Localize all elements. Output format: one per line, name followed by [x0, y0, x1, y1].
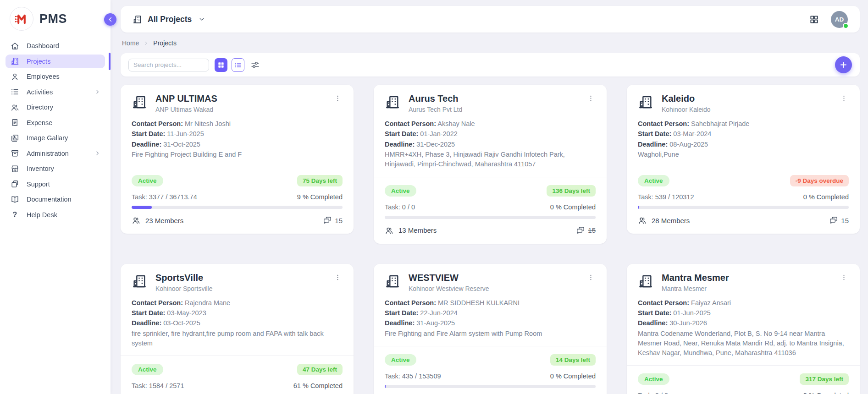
progress-bar — [385, 216, 596, 219]
contact-value: Rajendra Mane — [185, 299, 230, 306]
progress-bar — [638, 206, 849, 209]
start-date-line: Start Date: 03-Mar-2024 — [638, 129, 849, 139]
project-card-anp-ultimas[interactable]: ANP ULTIMAS ANP Ultimas Wakad Contact Pe… — [121, 85, 354, 234]
sidebar-item-expense[interactable]: Expense — [6, 116, 105, 130]
project-card-aurus-tech[interactable]: Aurus Tech Aurus Tech Pvt Ltd Contact Pe… — [374, 85, 607, 244]
sidebar-item-administration[interactable]: Administration — [6, 147, 105, 160]
deadline-label: Deadline: — [132, 141, 161, 148]
apps-grid-icon[interactable] — [809, 15, 819, 24]
kebab-menu-icon[interactable] — [586, 93, 596, 103]
add-project-button[interactable] — [835, 56, 852, 73]
chevron-down-icon — [197, 16, 205, 22]
kebab-menu-icon[interactable] — [333, 273, 343, 282]
contact-label: Contact Person: — [132, 120, 183, 127]
sidebar-item-label: Activities — [27, 88, 53, 96]
project-description: Wagholi,Pune — [638, 150, 849, 159]
progress-fill — [132, 206, 152, 209]
project-chat[interactable]: 15 — [323, 216, 343, 225]
sidebar-item-label: Image Gallary — [27, 134, 68, 142]
breadcrumb-projects[interactable]: Projects — [153, 39, 177, 47]
completed-percent: 9 % Completed — [297, 193, 343, 201]
building-icon — [132, 94, 147, 110]
progress-fill — [638, 206, 639, 209]
kebab-menu-icon[interactable] — [839, 273, 849, 282]
start-date-value: 01-Jun-2025 — [673, 309, 710, 317]
contact-person-line: Contact Person: MR SIDDHESH KULKARNI — [385, 298, 596, 308]
project-title: SportsVille — [155, 273, 213, 283]
building-icon — [385, 274, 400, 289]
sidebar-item-employees[interactable]: Employees — [6, 70, 105, 83]
people-icon — [11, 103, 19, 112]
project-card-sportsville[interactable]: SportsVille Kohinoor Sportsville Contact… — [121, 264, 354, 394]
completed-percent: 0 % Completed — [803, 392, 849, 394]
contact-label: Contact Person: — [132, 299, 183, 306]
project-chat[interactable]: 15 — [576, 226, 596, 235]
kebab-menu-icon[interactable] — [333, 93, 343, 103]
sidebar-item-support[interactable]: Support — [6, 177, 105, 191]
completed-percent: 61 % Completed — [293, 382, 343, 389]
days-left-badge: 75 Days left — [297, 175, 343, 186]
start-date-value: 22-Jun-2024 — [420, 309, 457, 317]
task-count: Task: 0 / 0 — [385, 203, 415, 211]
breadcrumb-home[interactable]: Home — [122, 39, 139, 47]
contact-person-line: Contact Person: Sahebhajrat Pirjade — [638, 119, 849, 129]
chat-count: 15 — [588, 226, 596, 234]
kebab-menu-icon[interactable] — [839, 93, 849, 103]
members-label: 23 Members — [145, 217, 183, 224]
sidebar-item-projects[interactable]: Projects — [6, 55, 105, 68]
chat-icon — [576, 226, 585, 235]
progress-bar — [132, 206, 343, 209]
members-count: 13 Members — [385, 226, 437, 235]
project-subtitle: Kohinoor Kaleido — [662, 106, 711, 113]
project-card-westview[interactable]: WESTVIEW Kohinoor Westview Reserve Conta… — [374, 264, 607, 394]
sidebar-item-image-gallary[interactable]: Image Gallary — [6, 131, 105, 145]
home-icon — [11, 42, 19, 50]
sidebar-item-label: Support — [27, 181, 50, 188]
avatar[interactable]: AD — [831, 11, 848, 28]
sidebar-collapse-button[interactable] — [104, 13, 116, 26]
days-left-badge: 317 Days left — [800, 373, 849, 385]
top-header: All Projects AD — [121, 6, 860, 33]
start-date-label: Start Date: — [132, 309, 165, 317]
sidebar-item-documentation[interactable]: Documentation — [6, 192, 105, 206]
sidebar-item-inventory[interactable]: Inventory — [6, 162, 105, 175]
sidebar-item-dashboard[interactable]: Dashboard — [6, 39, 105, 53]
projects-toolbar — [121, 53, 860, 77]
project-title: WESTVIEW — [409, 273, 489, 283]
start-date-value: 03-Mar-2024 — [673, 130, 711, 137]
sidebar-item-activities[interactable]: Activities — [6, 85, 105, 99]
status-badge: Active — [132, 364, 163, 375]
chat-icon — [829, 216, 838, 225]
filter-button[interactable] — [250, 60, 260, 70]
list-icon — [11, 88, 19, 96]
sidebar-item-label: Dashboard — [27, 42, 59, 49]
project-card-mantra-mesmer[interactable]: Mantra Mesmer Mantra Mesmer Contact Pers… — [627, 264, 860, 394]
sidebar: PMS Dashboard Projects Employees Activit… — [0, 0, 111, 394]
store-icon — [11, 164, 19, 173]
contact-label: Contact Person: — [385, 299, 436, 306]
deadline-line: Deadline: 31-Oct-2025 — [132, 140, 343, 149]
members-count: 23 Members — [132, 216, 183, 225]
project-card-kaleido[interactable]: Kaleido Kohinoor Kaleido Contact Person:… — [627, 85, 860, 234]
grid-view-button[interactable] — [215, 58, 227, 72]
project-chat[interactable]: 15 — [829, 216, 849, 225]
kebab-menu-icon[interactable] — [586, 273, 596, 282]
deadline-label: Deadline: — [132, 319, 161, 327]
sidebar-item-directory[interactable]: Directory — [6, 100, 105, 114]
book-icon — [11, 195, 19, 204]
sidebar-item-label: Employees — [27, 73, 60, 80]
sidebar-item-label: Documentation — [27, 196, 72, 203]
chat-count: 15 — [841, 217, 849, 224]
projects-filter-dropdown[interactable]: All Projects — [133, 15, 205, 24]
start-date-value: 01-Jan-2022 — [420, 130, 457, 137]
members-count: 28 Members — [638, 216, 690, 225]
deadline-line: Deadline: 03-Oct-2025 — [132, 318, 343, 328]
search-input[interactable] — [128, 59, 209, 71]
contact-person-line: Contact Person: Akshay Nale — [385, 119, 596, 129]
sidebar-item-help-desk[interactable]: ? Help Desk — [6, 208, 105, 222]
project-subtitle: ANP Ultimas Wakad — [155, 106, 217, 113]
chevron-right-icon — [144, 41, 149, 46]
task-count: Task: 435 / 153509 — [385, 372, 441, 380]
list-view-button[interactable] — [232, 58, 244, 72]
grid-view-icon — [217, 61, 225, 69]
